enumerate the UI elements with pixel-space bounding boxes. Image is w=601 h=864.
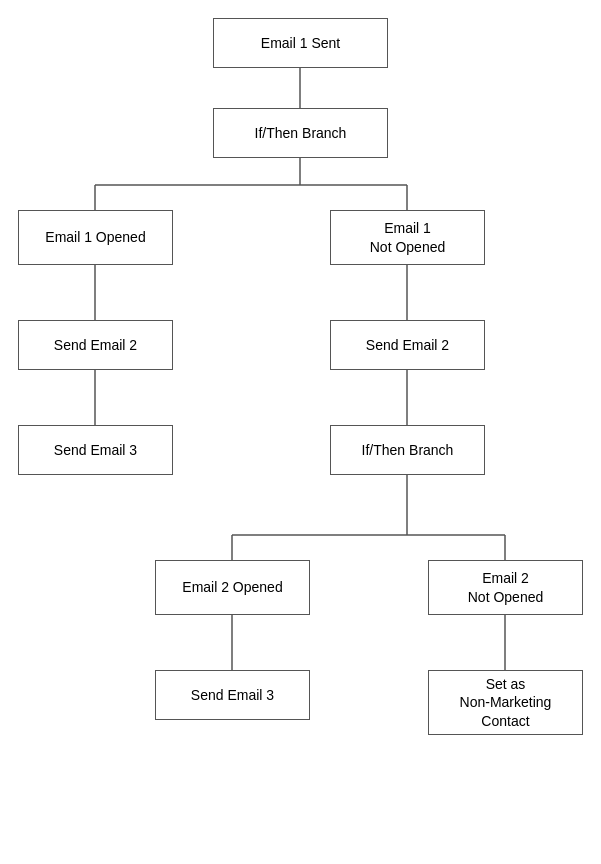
email2-not-opened-node: Email 2Not Opened bbox=[428, 560, 583, 615]
send-email3-left-node: Send Email 3 bbox=[18, 425, 173, 475]
send-email2-right-node: Send Email 2 bbox=[330, 320, 485, 370]
email1-not-opened-node: Email 1Not Opened bbox=[330, 210, 485, 265]
ifthen-branch2-label: If/Then Branch bbox=[362, 441, 454, 459]
ifthen-branch2-node: If/Then Branch bbox=[330, 425, 485, 475]
email1-opened-node: Email 1 Opened bbox=[18, 210, 173, 265]
send-email3-left-label: Send Email 3 bbox=[54, 441, 137, 459]
email2-opened-label: Email 2 Opened bbox=[182, 578, 282, 596]
send-email2-left-label: Send Email 2 bbox=[54, 336, 137, 354]
ifthen-branch1-node: If/Then Branch bbox=[213, 108, 388, 158]
send-email2-right-label: Send Email 2 bbox=[366, 336, 449, 354]
email2-not-opened-label: Email 2Not Opened bbox=[468, 569, 544, 605]
email2-opened-node: Email 2 Opened bbox=[155, 560, 310, 615]
email1-sent-node: Email 1 Sent bbox=[213, 18, 388, 68]
send-email2-left-node: Send Email 2 bbox=[18, 320, 173, 370]
email1-sent-label: Email 1 Sent bbox=[261, 34, 340, 52]
send-email3-right-label: Send Email 3 bbox=[191, 686, 274, 704]
send-email3-right-node: Send Email 3 bbox=[155, 670, 310, 720]
flowchart-diagram: Email 1 Sent If/Then Branch Email 1 Open… bbox=[0, 0, 601, 864]
ifthen-branch1-label: If/Then Branch bbox=[255, 124, 347, 142]
email1-opened-label: Email 1 Opened bbox=[45, 228, 145, 246]
email1-not-opened-label: Email 1Not Opened bbox=[370, 219, 446, 255]
set-non-marketing-node: Set asNon-MarketingContact bbox=[428, 670, 583, 735]
set-non-marketing-label: Set asNon-MarketingContact bbox=[460, 675, 552, 730]
